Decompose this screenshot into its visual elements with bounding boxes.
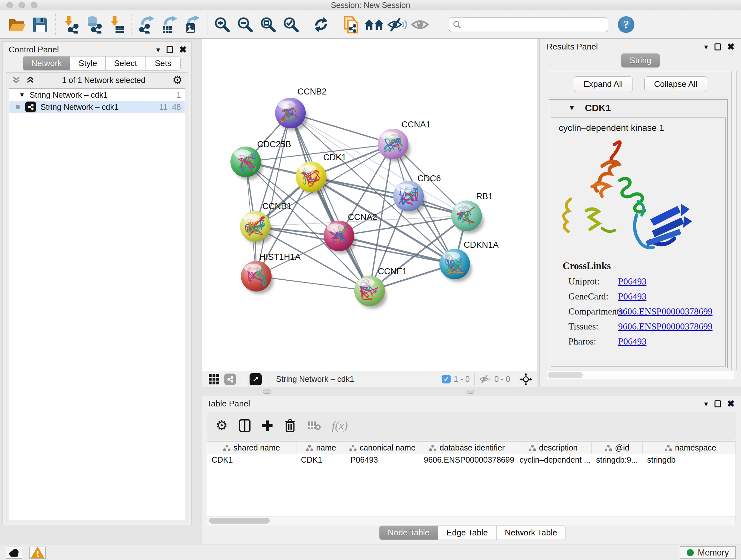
panel-menu-icon[interactable]: ▾ bbox=[704, 399, 708, 408]
table-cell[interactable]: CDK1 bbox=[296, 454, 346, 466]
protein-section-header[interactable]: ▼ CDK1 bbox=[549, 100, 727, 116]
protein-structure-image bbox=[554, 136, 704, 260]
panel-float-icon[interactable] bbox=[166, 46, 173, 53]
tab-style[interactable]: Style bbox=[70, 56, 106, 71]
zoom-selected-button[interactable] bbox=[280, 13, 302, 36]
table-cell[interactable]: CDK1 bbox=[207, 454, 296, 466]
tab-select[interactable]: Select bbox=[106, 56, 145, 71]
string-home-button[interactable] bbox=[362, 13, 386, 36]
export-network-button[interactable] bbox=[135, 13, 158, 36]
splitter-grip[interactable] bbox=[263, 389, 271, 394]
export-table-button[interactable] bbox=[158, 13, 181, 36]
memory-button[interactable]: Memory bbox=[680, 546, 736, 559]
column-header--id[interactable]: @id bbox=[592, 442, 643, 454]
column-header-canonical-name[interactable]: canonical name bbox=[346, 442, 419, 454]
tab-edge-table[interactable]: Edge Table bbox=[438, 525, 496, 540]
import-network-database-button[interactable] bbox=[82, 13, 105, 36]
collapse-all-icon[interactable] bbox=[11, 75, 21, 85]
network-edge-CDK1-RB1[interactable] bbox=[311, 177, 467, 216]
open-session-button[interactable] bbox=[6, 13, 29, 36]
table-cell[interactable]: 9606.ENSP00000378699 bbox=[419, 454, 515, 466]
panel-close-icon[interactable]: ✖ bbox=[727, 43, 735, 51]
network-node-CCNB2[interactable]: CCNB2 bbox=[275, 87, 327, 131]
section-caret-icon[interactable]: ▼ bbox=[568, 104, 576, 112]
crosslink-link[interactable]: P06493 bbox=[618, 276, 647, 287]
zoom-fit-button[interactable] bbox=[257, 13, 280, 36]
table-options-gear-icon[interactable]: ⚙ bbox=[216, 419, 228, 432]
network-edge-CCNB2-CCNE1[interactable] bbox=[290, 113, 369, 291]
network-edge-CCNA2-CDKN1A[interactable] bbox=[339, 236, 455, 264]
panel-close-icon[interactable]: ✖ bbox=[179, 45, 187, 54]
collapse-all-button[interactable]: Collapse All bbox=[644, 76, 708, 92]
delete-column-icon[interactable] bbox=[284, 419, 296, 433]
network-edge-CCNB2-HIST1H1A[interactable] bbox=[256, 113, 290, 276]
zoom-out-button[interactable] bbox=[233, 13, 257, 36]
save-session-button[interactable] bbox=[29, 13, 52, 36]
results-vertical-scrollbar[interactable] bbox=[731, 71, 737, 370]
crosslink-link[interactable]: 9606.ENSP00000378699 bbox=[618, 306, 713, 317]
column-header-namespace[interactable]: namespace bbox=[643, 442, 736, 454]
warnings-button[interactable] bbox=[29, 547, 46, 559]
hide-selected-button[interactable] bbox=[386, 13, 408, 36]
panel-float-icon[interactable] bbox=[715, 44, 721, 51]
table-horizontal-scrollbar[interactable] bbox=[207, 517, 736, 525]
table-cell[interactable]: stringdb:9... bbox=[592, 454, 643, 466]
tab-network-table[interactable]: Network Table bbox=[496, 525, 566, 540]
network-node-CDKN1A[interactable]: CDKN1A bbox=[440, 240, 499, 282]
tab-network[interactable]: Network bbox=[23, 56, 70, 71]
import-network-file-button[interactable] bbox=[59, 13, 82, 36]
panel-menu-icon[interactable]: ▾ bbox=[704, 43, 708, 51]
update-network-button[interactable] bbox=[310, 13, 333, 36]
center-view-icon[interactable] bbox=[520, 373, 532, 386]
show-columns-icon[interactable] bbox=[239, 419, 251, 432]
add-column-icon[interactable] bbox=[262, 420, 273, 431]
network-node-HIST1H1A[interactable]: HIST1H1A bbox=[241, 252, 300, 294]
open-in-window-icon[interactable] bbox=[250, 373, 262, 385]
table-cell[interactable]: P06493 bbox=[346, 454, 419, 466]
column-header-name[interactable]: name bbox=[296, 442, 346, 454]
network-options-gear-icon[interactable]: ⚙ bbox=[172, 74, 183, 86]
tree-caret-icon[interactable]: ▼ bbox=[19, 91, 25, 99]
export-image-button[interactable] bbox=[181, 13, 204, 36]
network-collection-row[interactable]: ▼ String Network – cdk1 1 bbox=[9, 89, 185, 101]
network-row[interactable]: String Network – cdk1 11 48 bbox=[9, 101, 185, 113]
search-input[interactable] bbox=[464, 20, 604, 29]
tab-sets[interactable]: Sets bbox=[145, 56, 181, 71]
network-canvas[interactable]: CCNB2CCNA1CDC25BCDK1CDC6RB1CCNB1CCNA2CDK… bbox=[202, 39, 537, 371]
results-horizontal-scrollbar[interactable] bbox=[547, 371, 734, 379]
splitter-grip[interactable] bbox=[467, 390, 474, 394]
cloud-status-button[interactable] bbox=[6, 547, 22, 559]
column-header-database-identifier[interactable]: database identifier bbox=[419, 442, 515, 454]
import-table-file-button[interactable] bbox=[105, 13, 128, 36]
crosslink-link[interactable]: P06493 bbox=[618, 291, 647, 302]
network-node-CCNB1[interactable]: CCNB1 bbox=[240, 201, 292, 244]
results-panel-tabs: String bbox=[621, 53, 660, 68]
table-row[interactable]: CDK1CDK1P064939606.ENSP00000378699cyclin… bbox=[207, 454, 736, 466]
tab-node-table[interactable]: Node Table bbox=[379, 525, 438, 540]
crosslink-link[interactable]: 9606.ENSP00000378699 bbox=[618, 321, 713, 332]
column-header-shared-name[interactable]: shared name bbox=[207, 442, 296, 454]
table-cell[interactable]: stringdb bbox=[643, 454, 736, 466]
network-node-CDK1[interactable]: CDK1 bbox=[296, 152, 346, 195]
network-node-RB1[interactable]: RB1 bbox=[451, 192, 493, 234]
selected-checkbox-icon[interactable]: ✓ bbox=[442, 375, 451, 383]
zoom-in-button[interactable] bbox=[211, 13, 233, 36]
network-node-CCNE1[interactable]: CCNE1 bbox=[354, 266, 407, 309]
scrollbar-thumb[interactable] bbox=[548, 372, 583, 378]
panel-float-icon[interactable] bbox=[715, 400, 721, 408]
scrollbar-thumb[interactable] bbox=[209, 518, 270, 523]
network-node-CCNA1[interactable]: CCNA1 bbox=[378, 120, 431, 162]
table-cell[interactable]: cyclin–dependent ... bbox=[515, 454, 592, 466]
tab-string[interactable]: String bbox=[621, 53, 660, 68]
column-header-description[interactable]: description bbox=[515, 442, 592, 454]
network-share-icon[interactable] bbox=[224, 374, 236, 385]
clone-network-button[interactable] bbox=[340, 13, 362, 36]
panel-menu-icon[interactable]: ▾ bbox=[156, 45, 160, 54]
expand-all-icon[interactable] bbox=[25, 75, 35, 85]
show-graphics-button[interactable] bbox=[408, 13, 431, 36]
panel-close-icon[interactable]: ✖ bbox=[727, 399, 735, 408]
birds-eye-view-icon[interactable] bbox=[209, 374, 219, 384]
crosslink-link[interactable]: P06493 bbox=[618, 336, 647, 347]
expand-all-button[interactable]: Expand All bbox=[574, 76, 633, 92]
help-button[interactable]: ? bbox=[617, 16, 635, 34]
